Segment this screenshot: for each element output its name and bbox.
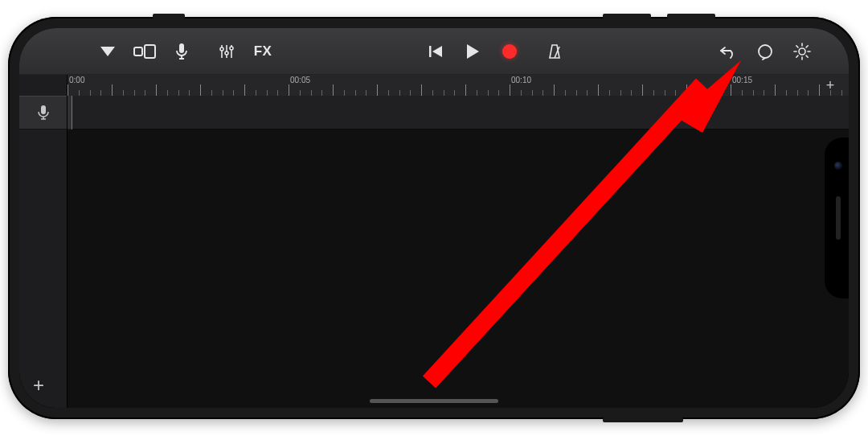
microphone-icon (38, 105, 49, 121)
volume-up-button (603, 14, 651, 19)
record-icon (502, 44, 517, 59)
loop-button[interactable] (749, 36, 781, 67)
svg-point-14 (799, 48, 805, 55)
svg-rect-1 (145, 45, 155, 58)
timeline-ruler[interactable]: 0:0000:0500:1000:15 (68, 75, 849, 96)
svg-point-6 (220, 47, 223, 51)
earpiece-speaker (836, 196, 841, 240)
add-track-button[interactable]: + (27, 374, 50, 397)
play-button[interactable] (457, 36, 489, 67)
svg-rect-2 (179, 43, 184, 53)
time-label: 00:05 (290, 76, 310, 84)
svg-rect-0 (134, 47, 142, 56)
browser-view-button[interactable] (129, 36, 161, 67)
microphone-icon[interactable] (166, 36, 198, 67)
svg-line-21 (796, 56, 798, 57)
svg-line-19 (796, 45, 798, 47)
device-notch (825, 138, 849, 298)
front-camera (834, 162, 842, 170)
undo-button[interactable] (712, 36, 744, 67)
svg-line-20 (806, 56, 808, 57)
my-songs-button[interactable] (92, 36, 124, 67)
time-label: 00:15 (732, 76, 752, 84)
svg-point-13 (759, 45, 772, 58)
time-label: 0:00 (69, 76, 84, 84)
tracks-canvas[interactable] (68, 96, 849, 408)
add-section-button[interactable]: + (821, 76, 839, 94)
go-to-beginning-button[interactable] (420, 36, 452, 67)
svg-point-10 (230, 47, 233, 50)
svg-point-8 (225, 51, 228, 55)
track-lane[interactable] (68, 96, 849, 130)
fx-button[interactable]: FX (248, 36, 278, 67)
volume-down-button (667, 14, 715, 19)
settings-button[interactable] (786, 36, 818, 67)
svg-line-22 (806, 45, 808, 47)
playhead[interactable] (68, 96, 72, 130)
record-button[interactable] (493, 36, 526, 67)
phone-frame: FX (8, 17, 860, 419)
svg-rect-11 (429, 46, 432, 57)
track-header-panel: + (19, 75, 68, 408)
power-button (603, 417, 683, 422)
time-label: 00:10 (511, 76, 531, 84)
app-screen: FX (19, 28, 849, 408)
svg-rect-23 (41, 105, 46, 114)
home-indicator[interactable] (370, 399, 498, 403)
metronome-button[interactable] (538, 36, 571, 67)
track-controls-button[interactable] (211, 36, 243, 67)
side-button (153, 14, 185, 19)
track-header-audio[interactable] (19, 96, 67, 130)
toolbar: FX (19, 28, 849, 75)
